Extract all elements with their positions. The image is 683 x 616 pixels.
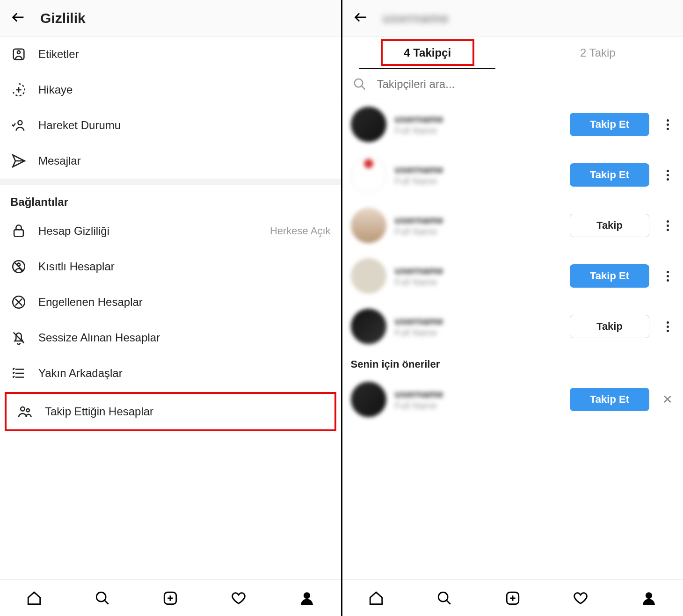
- menu-item-close-friends[interactable]: Yakın Arkadaşlar: [0, 355, 341, 391]
- profile-icon[interactable]: [298, 589, 316, 608]
- avatar[interactable]: [351, 309, 386, 344]
- fullname: Full Name: [395, 400, 562, 411]
- privacy-status-text: Herkese Açık: [270, 225, 331, 237]
- menu-item-blocked[interactable]: Engellenen Hesaplar: [0, 284, 341, 320]
- menu-item-messages[interactable]: Mesajlar: [0, 143, 341, 179]
- avatar[interactable]: [351, 258, 386, 294]
- follow-button[interactable]: Takip Et: [570, 113, 649, 136]
- avatar[interactable]: [351, 157, 386, 193]
- following-button[interactable]: Takip: [570, 315, 649, 338]
- svg-point-7: [21, 407, 25, 411]
- user-info[interactable]: usernameFull Name: [395, 113, 562, 136]
- menu-label: Yakın Arkadaşlar: [38, 367, 123, 380]
- story-icon: [10, 81, 27, 98]
- tabs: 4 Takipçi 2 Takip: [342, 36, 683, 69]
- home-icon[interactable]: [25, 589, 44, 608]
- menu-label: Engellenen Hesaplar: [38, 296, 143, 309]
- more-icon[interactable]: [661, 220, 675, 231]
- topbar: Gizlilik: [0, 0, 341, 36]
- tab-followers[interactable]: 4 Takipçi: [342, 36, 513, 69]
- bottom-nav: [0, 580, 341, 616]
- menu-item-account-privacy[interactable]: Hesap Gizliliği Herkese Açık: [0, 213, 341, 249]
- page-title: Gizlilik: [40, 10, 86, 26]
- add-icon[interactable]: [161, 589, 180, 608]
- svg-rect-3: [14, 230, 23, 236]
- svg-point-9: [96, 592, 106, 602]
- menu-item-muted[interactable]: Sessize Alınan Hesaplar: [0, 320, 341, 355]
- menu-item-tags[interactable]: Etiketler: [0, 36, 341, 72]
- profile-username: username: [383, 10, 449, 26]
- svg-point-12: [354, 79, 363, 87]
- followers-list: usernameFull NameTakip EtusernameFull Na…: [342, 99, 683, 580]
- avatar[interactable]: [351, 107, 386, 142]
- menu-label: Hareket Durumu: [38, 119, 121, 132]
- username: username: [395, 388, 562, 400]
- svg-point-2: [18, 121, 22, 125]
- bottom-nav: [342, 580, 683, 616]
- username: username: [395, 113, 562, 125]
- fullname: Full Name: [395, 176, 562, 187]
- blocked-icon: [10, 294, 27, 311]
- svg-point-11: [304, 593, 309, 598]
- avatar[interactable]: [351, 382, 386, 417]
- menu-label: Hesap Gizliliği: [38, 225, 109, 238]
- menu-label: Kısıtlı Hesaplar: [38, 260, 115, 273]
- close-icon[interactable]: ✕: [661, 392, 675, 407]
- search-input[interactable]: [377, 78, 673, 91]
- svg-point-15: [646, 593, 651, 598]
- search-icon[interactable]: [93, 589, 112, 608]
- followers-screen: username 4 Takipçi 2 Takip usernameFull …: [342, 0, 683, 616]
- search-row[interactable]: [342, 69, 683, 99]
- restricted-icon: [10, 258, 27, 275]
- more-icon[interactable]: [661, 170, 675, 181]
- search-icon[interactable]: [435, 589, 454, 608]
- menu-label: Etiketler: [38, 48, 79, 61]
- menu-item-activity-status[interactable]: Hareket Durumu: [0, 108, 341, 143]
- avatar[interactable]: [351, 208, 386, 243]
- fullname: Full Name: [395, 226, 562, 237]
- settings-list: Etiketler Hikaye Hareket Durumu Mesajlar…: [0, 36, 341, 580]
- privacy-settings-screen: Gizlilik Etiketler Hikaye Hareket Durumu…: [0, 0, 342, 616]
- heart-icon[interactable]: [229, 589, 248, 608]
- home-icon[interactable]: [367, 589, 385, 608]
- follower-row: usernameFull NameTakip: [342, 200, 683, 251]
- username: username: [395, 265, 562, 277]
- follower-row: usernameFull NameTakip Et✕: [342, 374, 683, 425]
- username: username: [395, 164, 562, 176]
- menu-label: Hikaye: [38, 83, 73, 96]
- following-button[interactable]: Takip: [570, 214, 649, 237]
- svg-point-1: [17, 51, 20, 54]
- back-icon[interactable]: [10, 9, 26, 27]
- user-info[interactable]: usernameFull Name: [395, 388, 562, 411]
- profile-icon[interactable]: [639, 589, 658, 608]
- add-icon[interactable]: [503, 589, 522, 608]
- send-icon: [10, 152, 27, 169]
- user-info[interactable]: usernameFull Name: [395, 265, 562, 288]
- user-info[interactable]: usernameFull Name: [395, 164, 562, 187]
- lock-icon: [10, 223, 27, 239]
- follower-row: usernameFull NameTakip: [342, 301, 683, 352]
- more-icon[interactable]: [661, 321, 675, 332]
- user-info[interactable]: usernameFull Name: [395, 214, 562, 237]
- menu-label: Takip Ettiğin Hesaplar: [45, 405, 153, 418]
- divider: [0, 179, 341, 185]
- follow-button[interactable]: Takip Et: [570, 388, 649, 411]
- follow-button[interactable]: Takip Et: [570, 264, 649, 288]
- suggestions-header: Senin için öneriler: [342, 352, 683, 374]
- fullname: Full Name: [395, 327, 562, 338]
- activity-icon: [10, 117, 27, 134]
- follow-button[interactable]: Takip Et: [570, 163, 649, 187]
- more-icon[interactable]: [661, 119, 675, 130]
- menu-item-accounts-you-follow[interactable]: Takip Ettiğin Hesaplar: [7, 394, 334, 429]
- back-icon[interactable]: [353, 9, 369, 27]
- user-info[interactable]: usernameFull Name: [395, 315, 562, 338]
- follower-row: usernameFull NameTakip Et: [342, 150, 683, 200]
- menu-item-restricted[interactable]: Kısıtlı Hesaplar: [0, 249, 341, 284]
- heart-icon[interactable]: [571, 589, 590, 608]
- more-icon[interactable]: [661, 271, 675, 282]
- follower-row: usernameFull NameTakip Et: [342, 99, 683, 150]
- section-header-connections: Bağlantılar: [0, 185, 341, 213]
- tab-following[interactable]: 2 Takip: [513, 36, 683, 69]
- closefriends-icon: [10, 365, 27, 382]
- menu-item-story[interactable]: Hikaye: [0, 72, 341, 108]
